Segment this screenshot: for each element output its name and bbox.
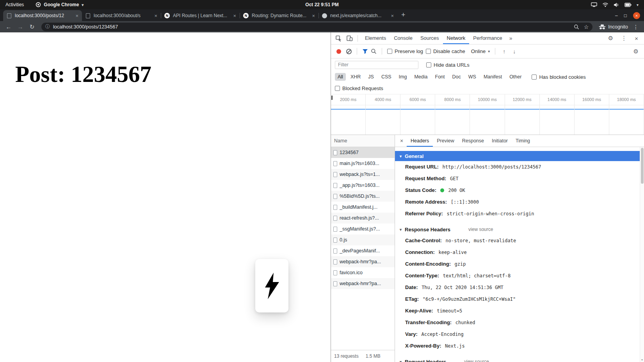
reload-button[interactable]: ↻ xyxy=(27,23,37,30)
request-row[interactable]: webpack-hmr?pa... xyxy=(331,278,395,289)
filter-icon[interactable] xyxy=(362,49,368,54)
has-blocked-cookies-checkbox[interactable]: Has blocked cookies xyxy=(532,74,585,80)
request-row[interactable]: _buildManifest.j... xyxy=(331,202,395,213)
detail-tab[interactable]: Headers xyxy=(407,135,433,147)
window-maximize-button[interactable]: □ xyxy=(624,13,627,18)
url-text[interactable]: localhost:3000/posts/1234567 xyxy=(53,24,571,30)
display-icon xyxy=(591,2,597,7)
request-row[interactable]: main.js?ts=1603... xyxy=(331,158,395,169)
tray-caret-icon: ▾ xyxy=(637,3,639,7)
network-overview-timeline[interactable]: 2000 ms 4000 ms 6000 ms 8000 ms xyxy=(331,94,644,135)
clock[interactable]: Oct 22 9:51 PM xyxy=(305,2,338,7)
request-row[interactable]: %5Bid%5D.js?ts... xyxy=(331,191,395,202)
import-har-icon[interactable]: ↑ xyxy=(500,48,508,55)
scrollbar[interactable]: ▾ xyxy=(640,147,644,362)
search-icon[interactable] xyxy=(371,48,377,54)
devtools-tab[interactable]: Network xyxy=(443,32,470,44)
device-toolbar-icon[interactable] xyxy=(344,35,354,41)
request-row[interactable]: _devPagesManif... xyxy=(331,245,395,256)
tab-close-icon[interactable]: × xyxy=(391,13,394,19)
tab-close-icon[interactable]: × xyxy=(312,13,315,19)
close-detail-icon[interactable]: × xyxy=(397,138,407,144)
request-headers-section-header[interactable]: ▾ Request Headers view source xyxy=(395,356,640,362)
filter-chip[interactable]: Manifest xyxy=(481,73,505,81)
clear-icon[interactable] xyxy=(346,49,352,54)
network-settings-icon[interactable]: ⚙ xyxy=(633,48,641,55)
hide-data-urls-checkbox[interactable]: Hide data URLs xyxy=(426,62,470,68)
filter-chip[interactable]: CSS xyxy=(379,73,394,81)
filter-chip[interactable]: Media xyxy=(411,73,430,81)
request-row[interactable]: favicon.ico xyxy=(331,267,395,278)
zoom-icon[interactable] xyxy=(574,24,579,30)
filter-chip[interactable]: Img xyxy=(396,73,410,81)
browser-tab[interactable]: Routing: Dynamic Route... × xyxy=(240,10,318,21)
window-close-button[interactable]: × xyxy=(633,12,640,19)
new-tab-button[interactable]: + xyxy=(401,11,406,19)
response-headers-section-header[interactable]: ▾ Response Headers view source xyxy=(395,224,640,235)
disable-cache-checkbox[interactable]: Disable cache xyxy=(426,48,465,54)
scrollbar-thumb[interactable] xyxy=(641,148,644,184)
back-button[interactable]: ← xyxy=(4,23,13,30)
request-list-column-header[interactable]: Name xyxy=(331,135,395,147)
filter-chip[interactable]: WS xyxy=(466,73,479,81)
devtools-tab[interactable]: Performance xyxy=(469,32,506,44)
request-row[interactable]: webpack.js?ts=1... xyxy=(331,169,395,180)
tab-close-icon[interactable]: × xyxy=(233,13,236,19)
filter-chip[interactable]: Other xyxy=(507,73,524,81)
omnibox[interactable]: ⓘ localhost:3000/posts/1234567 ☆ xyxy=(41,23,592,31)
scroll-down-icon[interactable]: ▾ xyxy=(640,358,644,362)
request-row[interactable]: 0.js xyxy=(331,234,395,245)
devtools-menu-icon[interactable]: ⋮ xyxy=(617,35,630,42)
site-info-icon[interactable]: ⓘ xyxy=(45,23,50,30)
devtools-close-icon[interactable]: × xyxy=(631,35,642,42)
browser-menu-icon[interactable]: ⋮ xyxy=(633,24,639,30)
filter-input[interactable] xyxy=(335,61,418,69)
window-minimize-button[interactable]: – xyxy=(615,13,618,18)
throttling-select[interactable]: Online ▾ xyxy=(471,48,490,54)
filter-chip[interactable]: Font xyxy=(432,73,448,81)
browser-tab[interactable]: API Routes | Learn Next... × xyxy=(161,10,240,21)
view-source-link[interactable]: view source xyxy=(468,227,493,232)
general-section-header[interactable]: ▾ General xyxy=(395,151,640,161)
devtools-tab[interactable]: Sources xyxy=(416,32,443,44)
detail-tab[interactable]: Timing xyxy=(512,135,534,147)
tab-close-icon[interactable]: × xyxy=(75,13,78,19)
preserve-log-checkbox[interactable]: Preserve log xyxy=(387,48,423,54)
request-row[interactable]: _ssgManifest.js?... xyxy=(331,224,395,234)
detail-tab[interactable]: Preview xyxy=(433,135,458,147)
detail-tab[interactable]: Initiator xyxy=(488,135,512,147)
web-page: Post: 1234567 xyxy=(0,32,331,362)
browser-tab[interactable]: localhost:3000/about/s × xyxy=(82,10,161,21)
devtools-settings-icon[interactable]: ⚙ xyxy=(605,35,617,42)
more-tabs-icon[interactable]: » xyxy=(507,35,515,41)
view-source-link[interactable]: view source xyxy=(464,359,489,362)
request-row[interactable]: _app.js?ts=1603... xyxy=(331,180,395,191)
filter-chip[interactable]: All xyxy=(335,73,346,81)
header-item-label: Date: xyxy=(405,284,418,290)
nextjs-prerender-indicator[interactable] xyxy=(255,259,288,312)
filter-chip[interactable]: XHR xyxy=(348,73,363,81)
bookmark-star-icon[interactable]: ☆ xyxy=(584,24,589,30)
file-icon xyxy=(333,270,337,275)
incognito-icon xyxy=(599,24,606,30)
record-button[interactable] xyxy=(336,49,341,54)
request-row[interactable]: react-refresh.js?... xyxy=(331,213,395,224)
browser-tab[interactable]: next.js/examples/catch... × xyxy=(318,10,397,21)
detail-tab[interactable]: Response xyxy=(458,135,488,147)
tab-close-icon[interactable]: × xyxy=(154,13,157,19)
system-tray[interactable]: ▾ xyxy=(591,2,644,7)
inspect-element-icon[interactable] xyxy=(333,35,343,42)
forward-button[interactable]: → xyxy=(16,23,25,30)
blocked-requests-checkbox[interactable]: Blocked Requests xyxy=(335,85,383,91)
header-item: Connection: keep-alive xyxy=(395,247,640,258)
export-har-icon[interactable]: ↓ xyxy=(511,48,518,55)
browser-tab[interactable]: localhost:3000/posts/12 × xyxy=(3,10,82,21)
filter-chip[interactable]: Doc xyxy=(450,73,464,81)
filter-chip[interactable]: JS xyxy=(365,73,377,81)
request-row[interactable]: webpack-hmr?pa... xyxy=(331,256,395,267)
activities-button[interactable]: Activities xyxy=(5,2,24,7)
devtools-tab[interactable]: Console xyxy=(390,32,416,44)
app-menu[interactable]: Google Chrome ▾ xyxy=(36,2,84,7)
request-row[interactable]: 1234567 xyxy=(331,147,395,158)
devtools-tab[interactable]: Elements xyxy=(361,32,390,44)
